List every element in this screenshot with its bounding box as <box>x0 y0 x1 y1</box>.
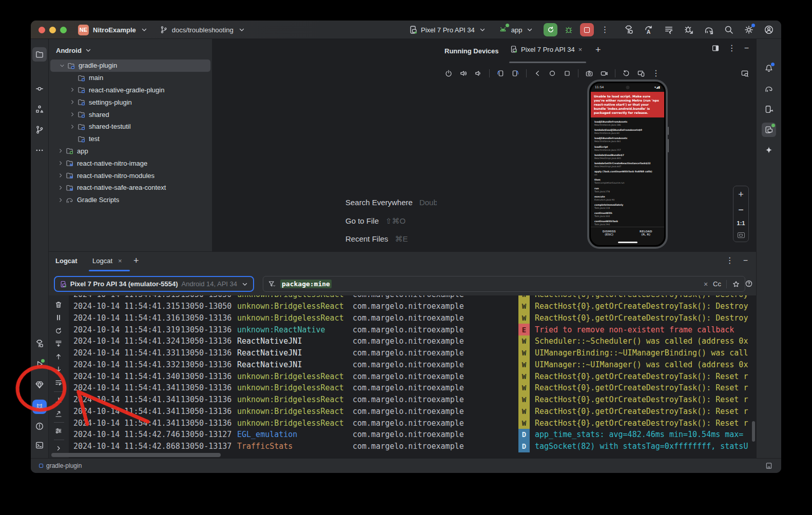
logcat-device-selector[interactable]: Pixel 7 Pro API 34 (emulator-5554) Andro… <box>54 276 254 292</box>
chevron-right-icon[interactable] <box>56 160 65 167</box>
zoom-out-button[interactable]: − <box>738 205 744 214</box>
close-tab-icon[interactable]: × <box>578 46 583 53</box>
chevron-right-icon[interactable] <box>68 86 77 93</box>
terminal-tool-button[interactable] <box>32 438 47 452</box>
project-name[interactable]: NitroExample <box>93 26 136 34</box>
panel-options-menu[interactable]: ⋮ <box>728 44 736 52</box>
commit-tool-button[interactable] <box>32 82 47 96</box>
log-row[interactable]: 2024-10-14 11:54:41.31313050-13050unknow… <box>69 295 752 301</box>
filter-funnel-icon[interactable] <box>268 280 276 288</box>
tree-item-react-native-nitro-modules[interactable]: react-native-nitro-modules <box>49 169 212 182</box>
restart-logcat-button[interactable] <box>54 327 64 336</box>
log-row[interactable]: 2024-10-14 11:54:41.33113050-13136ReactN… <box>69 347 752 359</box>
log-row[interactable]: 2024-10-14 11:54:41.34113050-13136unknow… <box>69 382 752 394</box>
clear-logcat-button[interactable] <box>54 301 64 310</box>
chevron-down-icon[interactable] <box>526 26 534 34</box>
log-row[interactable]: 2024-10-14 11:54:42.74613050-13127EGL_em… <box>69 429 752 441</box>
add-logcat-tab-button[interactable]: + <box>133 256 139 265</box>
project-view-selector[interactable]: Android <box>49 39 212 60</box>
logcat-tab[interactable]: Logcat × <box>92 257 122 265</box>
favorite-filter-icon[interactable] <box>732 280 740 288</box>
emulator-screen[interactable]: 11:54 ▾◢▮ Unable to load script. Make su… <box>591 83 664 245</box>
device-selector[interactable]: Pixel 7 Pro API 34 <box>421 26 475 34</box>
rotate-left-button[interactable] <box>496 69 505 77</box>
restart-button[interactable] <box>622 69 630 77</box>
vcs-tool-button[interactable] <box>32 123 47 137</box>
log-row[interactable]: 2024-10-14 11:54:41.32413050-13136ReactN… <box>69 335 752 347</box>
build-button[interactable] <box>624 25 634 35</box>
soft-wrap-button[interactable] <box>54 379 64 388</box>
toolbar-more-menu[interactable]: ⋮ <box>652 69 660 77</box>
sync-translate-button[interactable]: A <box>644 25 654 35</box>
clear-filter-icon[interactable]: × <box>704 281 708 288</box>
chevron-down-icon[interactable] <box>478 26 487 34</box>
scroll-to-end-button[interactable] <box>54 340 64 349</box>
chevron-down-icon[interactable] <box>238 26 246 34</box>
chevron-right-icon[interactable] <box>56 147 65 154</box>
project-tool-button[interactable] <box>32 47 47 62</box>
tree-item-react-native-gradle-plugin[interactable]: react-native-gradle-plugin <box>49 84 212 96</box>
power-button[interactable] <box>444 69 453 77</box>
running-devices-button[interactable] <box>762 123 776 137</box>
rerun-button[interactable] <box>544 23 557 36</box>
screenshot-button[interactable] <box>585 69 593 77</box>
tree-item-react-native-safe-area-context[interactable]: react-native-safe-area-context <box>49 182 212 194</box>
profiler-button[interactable] <box>684 25 694 35</box>
run-configuration[interactable]: app <box>511 26 523 34</box>
tree-item-gradle-plugin[interactable]: gradle-plugin <box>50 60 210 72</box>
pause-logcat-button[interactable] <box>54 313 64 323</box>
tree-item-main[interactable]: main <box>49 72 212 84</box>
more-actions-menu[interactable]: ⋮ <box>601 26 609 34</box>
display-settings-icon[interactable] <box>741 69 749 77</box>
close-window-button[interactable] <box>38 27 45 33</box>
structure-tool-button[interactable] <box>32 102 47 116</box>
tree-item-settings-plugin[interactable]: settings-plugin <box>49 96 212 108</box>
tree-item-test[interactable]: test <box>49 133 212 145</box>
chevron-right-icon[interactable] <box>56 172 65 179</box>
volume-down-button[interactable] <box>474 69 482 77</box>
chevron-right-icon[interactable] <box>68 98 77 106</box>
log-row[interactable]: 2024-10-14 11:54:41.34013050-13136unknow… <box>69 370 752 382</box>
run-tool-button[interactable] <box>32 357 47 371</box>
filter-query[interactable]: package:mine <box>280 280 332 288</box>
previous-occurrence-button[interactable] <box>54 352 64 362</box>
more-tools-button[interactable] <box>32 143 47 157</box>
log-row[interactable]: 2024-10-14 11:54:41.31513050-13050unknow… <box>69 301 752 312</box>
help-icon[interactable] <box>745 280 753 288</box>
todo-list-button[interactable] <box>664 25 674 35</box>
next-occurrence-button[interactable] <box>54 365 64 374</box>
log-row[interactable]: 2024-10-14 11:54:41.31613050-13136unknow… <box>69 312 752 324</box>
minimize-window-button[interactable] <box>49 27 56 33</box>
log-row[interactable]: 2024-10-14 11:54:41.34113050-13136unknow… <box>69 406 752 418</box>
log-row[interactable]: 2024-10-14 11:54:41.33213050-13136ReactN… <box>69 359 752 371</box>
statusbar-indicator-icon[interactable] <box>765 462 773 470</box>
debug-button[interactable] <box>564 25 573 34</box>
chevron-right-icon[interactable] <box>56 184 65 191</box>
logcat-settings-button[interactable] <box>54 427 64 436</box>
log-row[interactable]: 2024-10-14 11:54:41.34113050-13136unknow… <box>69 394 752 406</box>
tree-item-gradle-scripts[interactable]: Gradle Scripts <box>49 194 212 206</box>
match-case-toggle[interactable]: Cc <box>713 280 721 288</box>
log-rows-viewport[interactable]: 2024-10-14 11:54:41.31313050-13050unknow… <box>69 295 752 452</box>
volume-up-button[interactable] <box>459 69 468 77</box>
chevron-right-icon[interactable] <box>56 196 65 204</box>
export-logs-button[interactable] <box>54 410 64 419</box>
hide-panel-button[interactable]: − <box>744 44 749 52</box>
logcat-tool-button[interactable] <box>32 400 47 414</box>
statusbar-module[interactable]: gradle-plugin <box>39 462 82 469</box>
record-button[interactable] <box>600 69 608 77</box>
gradle-sync-button[interactable] <box>704 25 714 35</box>
add-device-tab-button[interactable]: + <box>595 45 601 54</box>
layout-icon[interactable] <box>711 44 720 52</box>
close-tab-icon[interactable]: × <box>118 257 122 265</box>
gemini-assistant-button[interactable] <box>762 143 776 157</box>
chevron-right-icon[interactable] <box>68 123 77 130</box>
dismiss-button[interactable]: DISMISS (ESC) <box>591 227 628 238</box>
chevron-right-icon[interactable] <box>68 111 77 118</box>
reload-button[interactable]: RELOAD (R, R) <box>628 227 665 238</box>
settings-button[interactable] <box>744 25 754 35</box>
logcat-options-menu[interactable]: ⋮ <box>726 256 734 265</box>
tree-item-app[interactable]: app <box>49 145 212 157</box>
search-button[interactable] <box>724 25 734 35</box>
emulator-phone[interactable]: 11:54 ▾◢▮ Unable to load script. Make su… <box>587 80 668 249</box>
